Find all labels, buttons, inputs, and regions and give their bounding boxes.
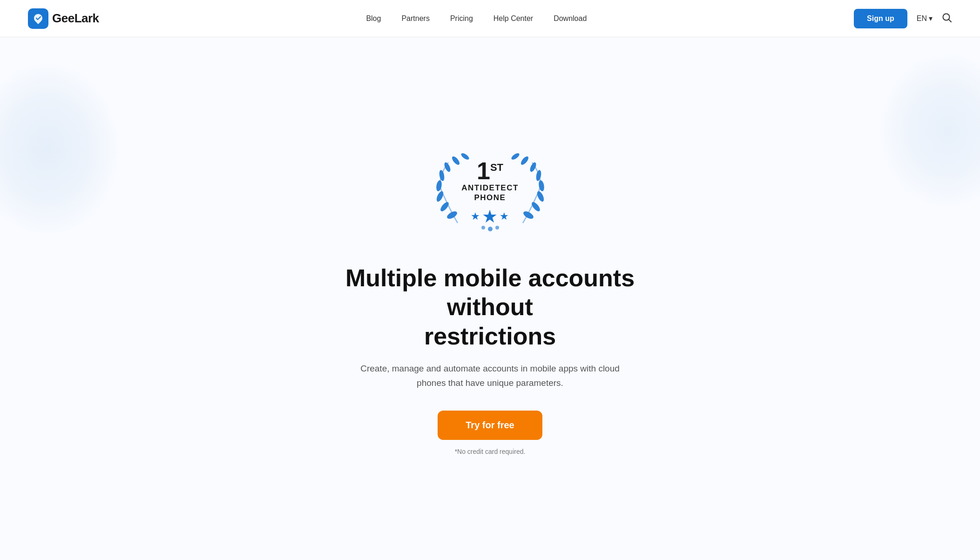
- nav-blog[interactable]: Blog: [366, 14, 381, 23]
- hero-content: 1ST ANTIDETECT PHONE ★ ★ ★ Multiple mobi…: [304, 142, 676, 456]
- search-icon: [942, 13, 952, 24]
- navbar-right: Sign up EN ▾: [854, 9, 952, 28]
- hero-subtitle: Create, manage and automate accounts in …: [360, 362, 621, 390]
- blob-right: [878, 51, 980, 209]
- no-credit-card-text: *No credit card required.: [455, 448, 526, 455]
- try-for-free-button[interactable]: Try for free: [438, 411, 542, 440]
- blob-left: [0, 61, 121, 237]
- hero-title: Multiple mobile accounts without restric…: [304, 263, 676, 351]
- svg-line-1: [949, 20, 951, 22]
- badge-title-line2: PHONE: [461, 193, 519, 202]
- nav-links: Blog Partners Pricing Help Center Downlo…: [366, 14, 587, 23]
- navbar: GeeLark Blog Partners Pricing Help Cente…: [0, 0, 980, 37]
- badge-text: 1ST ANTIDETECT PHONE: [452, 159, 528, 202]
- chevron-down-icon: ▾: [929, 14, 933, 23]
- nav-pricing[interactable]: Pricing: [450, 14, 473, 23]
- search-button[interactable]: [942, 13, 952, 24]
- badge-stars: ★ ★ ★: [471, 206, 509, 227]
- logo-icon: [28, 8, 48, 29]
- lang-label: EN: [917, 14, 927, 23]
- star-right-icon: ★: [500, 210, 509, 223]
- nav-download[interactable]: Download: [554, 14, 587, 23]
- badge-container: 1ST ANTIDETECT PHONE ★ ★ ★: [304, 142, 676, 249]
- signup-button[interactable]: Sign up: [854, 9, 907, 28]
- svg-point-4: [435, 190, 444, 202]
- badge-number: 1ST: [461, 159, 519, 183]
- logo-area: GeeLark: [28, 8, 99, 29]
- star-center-icon: ★: [482, 206, 498, 227]
- logo-text: GeeLark: [52, 11, 99, 26]
- svg-point-19: [488, 227, 493, 231]
- badge-title-line1: ANTIDETECT: [461, 183, 519, 193]
- svg-point-12: [535, 190, 545, 202]
- star-left-icon: ★: [471, 210, 480, 223]
- nav-help-center[interactable]: Help Center: [493, 14, 533, 23]
- hero-section: 1ST ANTIDETECT PHONE ★ ★ ★ Multiple mobi…: [0, 37, 980, 560]
- cta-area: Try for free *No credit card required.: [304, 411, 676, 456]
- nav-partners[interactable]: Partners: [401, 14, 429, 23]
- language-selector[interactable]: EN ▾: [917, 14, 933, 23]
